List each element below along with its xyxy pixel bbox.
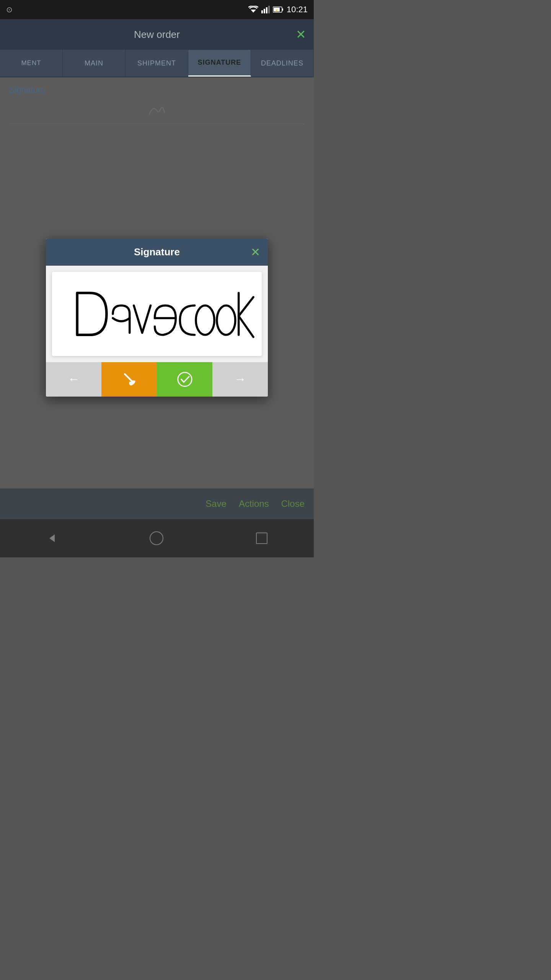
svg-rect-6 bbox=[282, 8, 283, 11]
status-bar: ⊙ ⚡ 10:21 bbox=[0, 0, 314, 19]
back-button[interactable]: ← bbox=[46, 362, 101, 397]
signature-dialog: Signature ✕ bbox=[46, 238, 268, 397]
status-time: 10:21 bbox=[287, 5, 308, 15]
tab-deadlines[interactable]: DEADLINES bbox=[251, 50, 314, 77]
signature-svg bbox=[52, 272, 262, 356]
header-close-button[interactable]: ✕ bbox=[296, 27, 306, 42]
page-layout: ⊙ ⚡ 10:21 bbox=[0, 0, 314, 557]
signature-canvas[interactable] bbox=[52, 272, 262, 356]
dialog-close-button[interactable]: ✕ bbox=[251, 245, 260, 259]
signal-icon bbox=[261, 6, 270, 13]
battery-icon: ⚡ bbox=[273, 7, 284, 13]
svg-point-13 bbox=[178, 372, 191, 386]
settings-icon: ⊙ bbox=[6, 5, 13, 14]
dialog-actions: ← bbox=[46, 362, 268, 397]
svg-text:⚡: ⚡ bbox=[275, 8, 279, 12]
status-left: ⊙ bbox=[6, 5, 13, 14]
wifi-icon bbox=[248, 6, 258, 13]
status-right: ⚡ 10:21 bbox=[248, 5, 308, 15]
tab-signature[interactable]: SIGNATURE bbox=[188, 50, 251, 77]
svg-marker-0 bbox=[251, 10, 256, 13]
svg-point-12 bbox=[134, 384, 135, 385]
forward-button[interactable]: → bbox=[212, 362, 268, 397]
dialog-header: Signature ✕ bbox=[46, 238, 268, 266]
app-header: New order ✕ bbox=[0, 19, 314, 50]
svg-point-9 bbox=[196, 305, 214, 335]
svg-rect-3 bbox=[266, 7, 267, 13]
svg-rect-1 bbox=[261, 10, 263, 13]
tab-main[interactable]: MAIN bbox=[63, 50, 126, 77]
dialog-overlay: Signature ✕ bbox=[0, 77, 314, 557]
tabs-bar: MENT MAIN SHIPMENT SIGNATURE DEADLINES bbox=[0, 50, 314, 77]
checkmark-icon bbox=[177, 372, 192, 387]
content-area: Signature Signature ✕ bbox=[0, 77, 314, 557]
tab-payment[interactable]: MENT bbox=[0, 50, 63, 77]
broom-icon bbox=[121, 371, 138, 388]
svg-point-10 bbox=[217, 305, 235, 335]
app-title: New order bbox=[134, 29, 180, 41]
dialog-title: Signature bbox=[134, 246, 180, 258]
confirm-button[interactable] bbox=[157, 362, 212, 397]
svg-rect-4 bbox=[268, 6, 270, 13]
svg-rect-2 bbox=[264, 9, 265, 13]
clear-button[interactable] bbox=[101, 362, 157, 397]
tab-shipment[interactable]: SHIPMENT bbox=[126, 50, 188, 77]
